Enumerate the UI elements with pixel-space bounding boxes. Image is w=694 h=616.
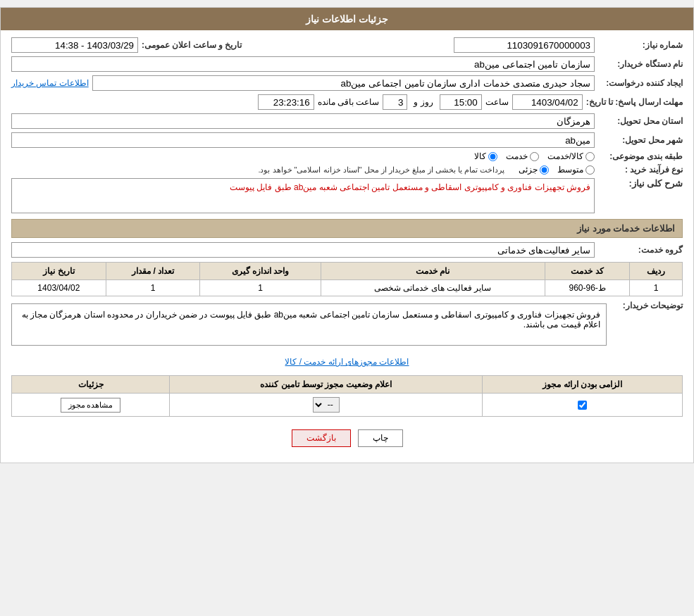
col-license-status: اعلام وضعیت مجوز توسط تامین کننده [170, 376, 483, 394]
col-header-date: تاریخ نیاز [12, 263, 106, 280]
process-notice: پرداخت تمام یا بخشی از مبلغ خریدار از مح… [258, 165, 504, 175]
radio-khadamat: خدمت [506, 151, 539, 161]
need-desc-row: شرح کلی نیاز: فروش تجهیزات فناوری و کامپ… [11, 178, 683, 213]
services-table-body: 1 ط-96-960 سایر فعالیت های خدماتی شخصی 1… [12, 280, 683, 296]
remain-label: ساعت باقی مانده [318, 97, 380, 107]
main-container: جزئیات اطلاعات نیاز شماره نیاز: تاریخ و … [0, 7, 694, 463]
col-header-name: نام خدمت [321, 263, 545, 280]
license-detail-cell: مشاهده مجوز [12, 394, 170, 417]
license-link-text: اطلاعات مجوزهای ارائه خدمت / کالا [285, 357, 409, 367]
radio-khadamat-input[interactable] [530, 152, 539, 161]
print-button[interactable]: چاپ [358, 429, 403, 447]
radio-jozi: جزئی [519, 165, 549, 175]
buyer-desc-box: فروش تجهیزات فناوری و کامپیوتری اسقاطی و… [11, 303, 607, 346]
radio-kala-input[interactable] [488, 152, 497, 161]
row-qty: 1 [106, 280, 200, 296]
radio-kala-khadamat-label: کالا/خدمت [547, 151, 583, 161]
deadline-time-input [440, 94, 482, 110]
col-header-unit: واحد اندازه گیری [200, 263, 321, 280]
need-number-row: شماره نیاز: تاریخ و ساعت اعلان عمومی: [11, 37, 683, 53]
services-table-head: ردیف کد خدمت نام خدمت واحد اندازه گیری ت… [12, 263, 683, 280]
city-row: شهر محل تحویل: [11, 132, 683, 148]
table-row: 1 ط-96-960 سایر فعالیت های خدماتی شخصی 1… [12, 280, 683, 296]
services-header-text: اطلاعات خدمات مورد نیاز [577, 223, 675, 234]
license-header-row: الزامی بودن ارائه مجوز اعلام وضعیت مجوز … [12, 376, 683, 394]
need-desc-label: شرح کلی نیاز: [598, 178, 683, 189]
action-buttons-row: چاپ بازگشت [11, 421, 683, 455]
deadline-remain-input [258, 94, 314, 110]
back-button[interactable]: بازگشت [292, 429, 351, 447]
service-group-input [11, 242, 595, 258]
radio-motevaset-label: متوسط [557, 165, 583, 175]
content-area: شماره نیاز: تاریخ و ساعت اعلان عمومی: نا… [1, 30, 693, 463]
table-row: -- مشاهده مجوز [12, 394, 683, 417]
radio-motevaset: متوسط [557, 165, 595, 175]
view-license-button[interactable]: مشاهده مجوز [61, 398, 121, 413]
service-group-row: گروه خدمت: [11, 242, 683, 258]
contact-link[interactable]: اطلاعات تماس خریدار [11, 78, 89, 88]
process-row: نوع فرآیند خرید : متوسط جزئی پرداخت تمام… [11, 165, 683, 175]
radio-motevaset-input[interactable] [585, 165, 595, 175]
deadline-label: مهلت ارسال پاسخ: تا تاریخ: [586, 97, 683, 107]
buyer-org-label: نام دستگاه خریدار: [598, 59, 683, 69]
creator-input [92, 75, 595, 91]
buyer-org-input [11, 56, 595, 72]
buyer-desc-label: توضیحات خریدار: [612, 301, 683, 310]
radio-kala-khadamat: کالا/خدمت [547, 151, 595, 161]
license-required-cell [483, 394, 683, 417]
date-input [11, 37, 138, 53]
license-required-checkbox[interactable] [578, 401, 587, 410]
time-label: ساعت [485, 97, 509, 107]
category-label: طبقه بندی موضوعی: [598, 151, 683, 161]
row-code: ط-96-960 [545, 280, 629, 296]
buyer-desc-row: توضیحات خریدار: فروش تجهیزات فناوری و کا… [11, 301, 683, 348]
col-header-code: کد خدمت [545, 263, 629, 280]
creator-row: ایجاد کننده درخواست: اطلاعات تماس خریدار [11, 75, 683, 91]
deadline-days-input [383, 94, 407, 110]
process-radio-group: متوسط جزئی [519, 165, 595, 175]
col-header-qty: تعداد / مقدار [106, 263, 200, 280]
radio-jozi-label: جزئی [519, 165, 538, 175]
category-row: طبقه بندی موضوعی: کالا/خدمت خدمت کالا [11, 151, 683, 161]
col-header-row: ردیف [630, 263, 683, 280]
province-row: استان محل تحویل: [11, 113, 683, 129]
radio-khadamat-label: خدمت [506, 151, 528, 161]
license-required-checkbox-wrap [488, 401, 676, 410]
city-input [11, 132, 595, 148]
service-group-label: گروه خدمت: [598, 245, 683, 255]
deadline-date-input [512, 94, 583, 110]
page-title: جزئیات اطلاعات نیاز [1, 8, 693, 30]
date-label: تاریخ و ساعت اعلان عمومی: [142, 40, 242, 50]
need-number-label: شماره نیاز: [598, 40, 683, 50]
category-radio-group: کالا/خدمت خدمت کالا [474, 151, 595, 161]
radio-kala-khadamat-input[interactable] [585, 152, 595, 161]
city-label: شهر محل تحویل: [598, 135, 683, 145]
license-status-select[interactable]: -- [313, 397, 340, 413]
services-table-header-row: ردیف کد خدمت نام خدمت واحد اندازه گیری ت… [12, 263, 683, 280]
services-table: ردیف کد خدمت نام خدمت واحد اندازه گیری ت… [11, 262, 683, 296]
license-status-cell: -- [170, 394, 483, 417]
license-table-head: الزامی بودن ارائه مجوز اعلام وضعیت مجوز … [12, 376, 683, 394]
province-input [11, 113, 595, 129]
services-section-header: اطلاعات خدمات مورد نیاز [11, 219, 683, 238]
process-label: نوع فرآیند خرید : [598, 165, 683, 175]
title-text: جزئیات اطلاعات نیاز [306, 13, 388, 25]
row-unit: 1 [200, 280, 321, 296]
deadline-row: مهلت ارسال پاسخ: تا تاریخ: ساعت روز و سا… [11, 94, 683, 110]
license-table-body: -- مشاهده مجوز [12, 394, 683, 417]
row-date: 1403/04/02 [12, 280, 106, 296]
radio-jozi-input[interactable] [540, 165, 549, 175]
province-label: استان محل تحویل: [598, 116, 683, 126]
buyer-org-row: نام دستگاه خریدار: [11, 56, 683, 72]
license-table: الزامی بودن ارائه مجوز اعلام وضعیت مجوز … [11, 375, 683, 417]
radio-kala: کالا [474, 151, 497, 161]
col-license-detail: جزئیات [12, 376, 170, 394]
need-desc-textarea: فروش تجهیزات فناوری و کامپیوتری اسقاطی و… [11, 178, 595, 213]
days-label: روز و [414, 97, 433, 107]
radio-kala-label: کالا [474, 151, 486, 161]
license-section-link[interactable]: اطلاعات مجوزهای ارائه خدمت / کالا [11, 353, 683, 371]
need-number-input [454, 37, 595, 53]
row-number: 1 [630, 280, 683, 296]
row-name: سایر فعالیت های خدماتی شخصی [321, 280, 545, 296]
creator-label: ایجاد کننده درخواست: [598, 78, 683, 88]
